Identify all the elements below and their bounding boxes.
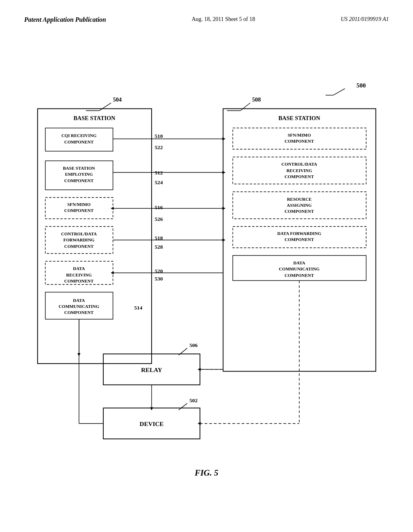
label-516: 516	[155, 204, 163, 210]
text-data-comm-right-1: DATA	[293, 260, 305, 265]
text-ctrl-data-rcv-1: CONTROL/DATA	[282, 162, 317, 167]
patent-number: US 2011/0199919 A1	[341, 16, 389, 23]
text-data-fwd-2: COMPONENT	[285, 237, 314, 242]
arrow-bse-right	[222, 171, 225, 174]
fig-label: FIG. 5	[194, 468, 219, 478]
label-520: 520	[155, 268, 163, 274]
patent-diagram: 500 504 BASE STATION CQI RECEIVING COMPO…	[0, 31, 413, 495]
label-504: 504	[113, 96, 122, 103]
text-res-assign-2: ASSIGNING	[287, 203, 312, 208]
text-relay: RELAY	[141, 366, 162, 373]
text-data-rcv-1: DATA	[73, 266, 85, 271]
label-524: 524	[155, 179, 163, 185]
label-518: 518	[155, 235, 163, 241]
label-500: 500	[357, 82, 366, 89]
svg-line-14	[179, 403, 187, 410]
arrow-ctrl-right	[222, 239, 225, 242]
text-data-comm-left-2: COMMUNICATING	[58, 304, 99, 309]
arrow-sfn-left	[111, 207, 114, 210]
text-ctrl-fwd-1: CONTROL/DATA	[61, 231, 97, 236]
text-bs504: BASE STATION	[73, 115, 115, 121]
text-data-comm-left-1: DATA	[73, 298, 85, 303]
text-data-comm-right-2: COMMUNICATING	[279, 266, 320, 271]
text-device: DEVICE	[140, 420, 164, 427]
text-data-rcv-2: RECEIVING	[66, 272, 92, 277]
arrow-relay-device	[150, 407, 153, 410]
arrow-relay-right	[198, 422, 201, 425]
text-sfnmimo-right-1: SFN/MIMO	[288, 133, 311, 137]
diagram-area: 500 504 BASE STATION CQI RECEIVING COMPO…	[0, 31, 413, 495]
label-506: 506	[190, 342, 198, 348]
text-res-assign-1: RESOURCE	[287, 197, 311, 202]
label-528: 528	[155, 244, 163, 250]
text-cqi-1: CQI RECEIVING	[61, 133, 97, 138]
label-526: 526	[155, 216, 163, 222]
text-sfnmimo-left-1: SFN/MIMO	[67, 202, 91, 207]
text-bse-2: EMPLOYING	[65, 172, 93, 177]
publication-label: Patent Application Publication	[24, 16, 106, 23]
text-sfnmimo-right-2: COMPONENT	[285, 139, 314, 143]
text-data-comm-left-3: COMPONENT	[64, 310, 94, 315]
text-bs508: BASE STATION	[278, 115, 320, 121]
text-cqi-2: COMPONENT	[64, 139, 94, 144]
arrow-data-left	[111, 271, 114, 274]
text-bse-1: BASE STATION	[63, 166, 95, 170]
text-ctrl-fwd-2: FORWARDING	[63, 237, 95, 242]
label-530: 530	[155, 276, 163, 282]
sheet-info: Aug. 18, 2011 Sheet 5 of 18	[192, 16, 255, 23]
label-522: 522	[155, 144, 163, 150]
text-data-rcv-3: COMPONENT	[64, 278, 94, 283]
text-data-comm-right-3: COMPONENT	[285, 273, 314, 278]
label-514: 514	[134, 305, 142, 311]
page-header: Patent Application Publication Aug. 18, …	[0, 0, 413, 31]
text-data-fwd-1: DATA FORWARDING	[277, 231, 321, 236]
text-ctrl-fwd-3: COMPONENT	[64, 244, 94, 249]
label-502: 502	[190, 397, 198, 403]
svg-line-4	[240, 103, 250, 110]
arrow-sfn-right	[222, 207, 225, 210]
text-bse-3: COMPONENT	[64, 178, 94, 183]
svg-line-2	[100, 103, 111, 110]
text-ctrl-data-rcv-3: COMPONENT	[285, 174, 314, 179]
svg-line-0	[333, 89, 345, 95]
label-508: 508	[252, 96, 261, 103]
text-sfnmimo-left-2: COMPONENT	[64, 208, 94, 213]
arrow-cqi-right	[222, 137, 225, 141]
label-510: 510	[155, 133, 163, 139]
text-res-assign-3: COMPONENT	[285, 209, 314, 214]
text-ctrl-data-rcv-2: RECEIVING	[286, 168, 312, 173]
